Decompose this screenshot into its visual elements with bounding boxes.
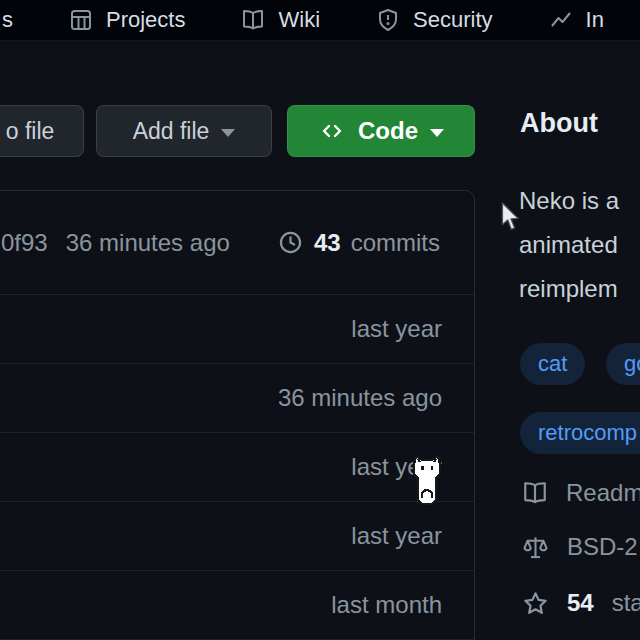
tab-label: Projects — [106, 7, 185, 33]
commit-count: 43 — [314, 229, 341, 257]
file-row: last month — [0, 571, 474, 640]
topic-tag-cat[interactable]: cat — [520, 343, 585, 385]
commit-hash[interactable]: 0f93 — [1, 229, 48, 257]
about-description: Neko is a animated reimplem — [519, 179, 619, 311]
law-scales-icon — [522, 534, 549, 561]
add-file-button[interactable]: Add file — [96, 105, 272, 157]
projects-table-icon — [69, 8, 93, 32]
readme-label: Readm — [566, 479, 640, 507]
commit-count-label: commits — [351, 229, 440, 257]
topic-tag-go[interactable]: go — [606, 343, 640, 385]
tab-label: In — [586, 7, 604, 33]
latest-commit-bar: 0f93 36 minutes ago 43 commits — [0, 191, 474, 295]
mouse-cursor — [500, 202, 522, 232]
file-row: 36 minutes ago — [0, 364, 474, 433]
file-row: last year — [0, 502, 474, 571]
chevron-down-icon — [221, 129, 235, 137]
file-row-time[interactable]: last month — [331, 591, 442, 619]
tab-label: Wiki — [278, 7, 320, 33]
commit-history-link[interactable]: 43 commits — [277, 229, 440, 257]
tab-security[interactable]: Security — [376, 7, 492, 33]
tab-label: Security — [413, 7, 492, 33]
commit-time: 36 minutes ago — [66, 229, 230, 257]
code-label: Code — [358, 117, 418, 145]
license-link[interactable]: BSD-2 — [522, 532, 638, 562]
code-button[interactable]: Code — [287, 105, 475, 157]
topic-tag-retrocomputing[interactable]: retrocomp — [520, 412, 640, 454]
shield-icon — [376, 8, 400, 32]
go-to-file-button[interactable]: o file — [0, 105, 84, 157]
about-heading: About — [520, 108, 598, 139]
file-list-panel: 0f93 36 minutes ago 43 commits last year… — [0, 190, 475, 640]
tab-actions-partial[interactable]: s — [2, 7, 13, 33]
code-brackets-icon — [318, 119, 346, 143]
star-icon — [522, 590, 549, 617]
go-to-file-label: o file — [6, 118, 55, 145]
file-row-time[interactable]: 36 minutes ago — [278, 384, 442, 412]
tab-insights[interactable]: In — [549, 7, 604, 33]
readme-link[interactable]: Readm — [522, 478, 640, 508]
file-row: last year — [0, 295, 474, 364]
file-row: last year — [0, 433, 474, 502]
stars-count: 54 — [567, 589, 594, 617]
graph-icon — [549, 8, 573, 32]
history-clock-icon — [277, 229, 304, 256]
tab-projects[interactable]: Projects — [69, 7, 185, 33]
tab-wiki[interactable]: Wiki — [241, 7, 320, 33]
book-icon — [522, 480, 548, 506]
license-label: BSD-2 — [567, 533, 638, 561]
book-icon — [241, 8, 265, 32]
repo-tab-bar: s Projects Wiki Security In — [0, 0, 640, 41]
file-row-time[interactable]: last year — [351, 315, 442, 343]
file-row-time[interactable]: last year — [351, 522, 442, 550]
description-line: reimplem — [519, 267, 619, 311]
chevron-down-icon — [430, 129, 444, 137]
tab-label: s — [2, 7, 13, 33]
stars-label: sta — [612, 589, 640, 617]
description-line: animated — [519, 223, 619, 267]
description-line: Neko is a — [519, 179, 619, 223]
neko-cat-sprite — [406, 452, 448, 510]
stars-link[interactable]: 54 sta — [522, 588, 640, 618]
add-file-label: Add file — [133, 118, 210, 145]
